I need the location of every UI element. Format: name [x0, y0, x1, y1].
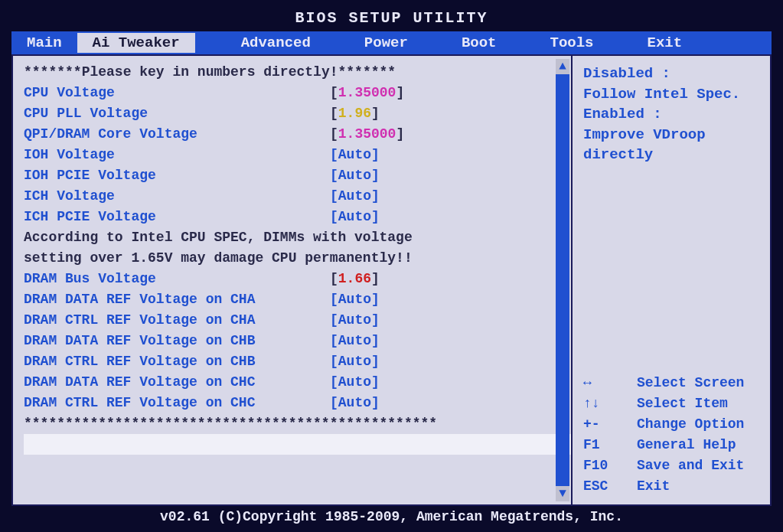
header-hint: ******* Please key in numbers directly! … — [24, 62, 571, 83]
tab-advanced[interactable]: Advanced — [226, 33, 326, 53]
help-line: directly — [583, 145, 759, 165]
key-select-item: ↑↓Select Item — [583, 393, 759, 414]
main-area: ******* Please key in numbers directly! … — [11, 54, 772, 506]
setting-value: [Auto] — [330, 351, 380, 372]
setting-value: [Auto] — [330, 145, 380, 165]
context-help: Disabled : Follow Intel Spec. Enabled : … — [583, 64, 759, 165]
setting-label: DRAM Bus Voltage — [24, 269, 330, 289]
setting-value: [1.35000] — [330, 83, 404, 103]
setting-dram-ctrl-ref-chc[interactable]: DRAM CTRL REF Voltage on CHC [Auto] — [24, 393, 571, 413]
setting-dram-ctrl-ref-cha[interactable]: DRAM CTRL REF Voltage on CHA [Auto] — [24, 310, 571, 331]
setting-label: QPI/DRAM Core Voltage — [24, 124, 330, 145]
setting-cpu-voltage[interactable]: CPU Voltage [1.35000] — [24, 83, 571, 103]
key-select-screen: ↔Select Screen — [583, 373, 759, 393]
setting-label: ICH PCIE Voltage — [24, 207, 330, 227]
setting-label: ICH Voltage — [24, 186, 330, 207]
help-line: Follow Intel Spec. — [583, 84, 759, 105]
menu-bar: Main Ai Tweaker Advanced Power Boot Tool… — [11, 31, 772, 54]
key-exit: ESCExit — [583, 476, 759, 497]
setting-label: CPU PLL Voltage — [24, 103, 330, 124]
scroll-down-icon[interactable]: ▼ — [556, 486, 569, 501]
setting-value: [1.96] — [330, 103, 380, 124]
setting-dram-bus-voltage[interactable]: DRAM Bus Voltage [1.66] — [24, 269, 571, 289]
warning-text-2: setting over 1.65V may damage CPU perman… — [24, 248, 571, 269]
setting-value: [1.66] — [330, 269, 380, 289]
header-text: Please key in numbers directly! — [82, 62, 338, 83]
setting-label: DRAM DATA REF Voltage on CHB — [24, 331, 330, 351]
key-change-option: +-Change Option — [583, 414, 759, 435]
setting-dram-data-ref-chc[interactable]: DRAM DATA REF Voltage on CHC [Auto] — [24, 372, 571, 393]
setting-ioh-voltage[interactable]: IOH Voltage [Auto] — [24, 145, 571, 165]
setting-dram-data-ref-cha[interactable]: DRAM DATA REF Voltage on CHA [Auto] — [24, 289, 571, 310]
warning-text-1: According to Intel CPU SPEC, DIMMs with … — [24, 227, 571, 248]
help-line: Disabled : — [583, 64, 759, 84]
bios-screen: BIOS SETUP UTILITY Main Ai Tweaker Advan… — [0, 0, 783, 532]
setting-value: [1.35000] — [330, 124, 404, 145]
setting-dram-ctrl-ref-chb[interactable]: DRAM CTRL REF Voltage on CHB [Auto] — [24, 351, 571, 372]
setting-label: Load-Line Calibration — [25, 434, 331, 455]
setting-cpu-pll-voltage[interactable]: CPU PLL Voltage [1.96] — [24, 103, 571, 124]
title-bar: BIOS SETUP UTILITY — [11, 8, 772, 31]
setting-label: DRAM DATA REF Voltage on CHA — [24, 289, 330, 310]
tab-boot[interactable]: Boot — [446, 33, 512, 53]
scrollbar[interactable]: ▲ ▼ — [556, 59, 569, 501]
setting-value: [Auto] — [330, 393, 380, 413]
footer-copyright: v02.61 (C)Copyright 1985-2009, American … — [11, 506, 772, 524]
setting-label: IOH Voltage — [24, 145, 330, 165]
setting-label: DRAM CTRL REF Voltage on CHA — [24, 310, 330, 331]
setting-value: [Auto] — [330, 310, 380, 331]
setting-ich-pcie-voltage[interactable]: ICH PCIE Voltage [Auto] — [24, 207, 571, 227]
setting-value: [Auto] — [330, 289, 380, 310]
setting-label: CPU Voltage — [24, 83, 330, 103]
setting-value: [Auto] — [330, 186, 380, 207]
setting-load-line-calibration[interactable]: Load-Line Calibration [Enabled] — [24, 434, 571, 455]
help-line: Improve VDroop — [583, 125, 759, 145]
setting-ioh-pcie-voltage[interactable]: IOH PCIE Voltage [Auto] — [24, 165, 571, 186]
stars-right: ******* — [338, 62, 396, 83]
tab-main[interactable]: Main — [11, 33, 77, 53]
tab-power[interactable]: Power — [349, 33, 423, 53]
setting-value: [Auto] — [330, 331, 380, 351]
setting-value: [Auto] — [330, 207, 380, 227]
setting-value: [Auto] — [330, 372, 380, 393]
scroll-up-icon[interactable]: ▲ — [556, 59, 569, 74]
setting-dram-data-ref-chb[interactable]: DRAM DATA REF Voltage on CHB [Auto] — [24, 331, 571, 351]
setting-qpi-dram-voltage[interactable]: QPI/DRAM Core Voltage [1.35000] — [24, 124, 571, 145]
tab-ai-tweaker[interactable]: Ai Tweaker — [77, 33, 195, 53]
setting-label: DRAM CTRL REF Voltage on CHC — [24, 393, 330, 413]
scroll-thumb[interactable] — [556, 74, 569, 486]
setting-ich-voltage[interactable]: ICH Voltage [Auto] — [24, 186, 571, 207]
divider: ****************************************… — [24, 413, 571, 434]
key-general-help: F1General Help — [583, 435, 759, 455]
setting-label: DRAM DATA REF Voltage on CHC — [24, 372, 330, 393]
settings-panel: ******* Please key in numbers directly! … — [13, 56, 571, 504]
setting-value: [Enabled] — [331, 434, 406, 455]
tab-exit[interactable]: Exit — [632, 33, 698, 53]
help-panel: Disabled : Follow Intel Spec. Enabled : … — [571, 56, 770, 504]
help-line: Enabled : — [583, 104, 759, 125]
tab-tools[interactable]: Tools — [534, 33, 608, 53]
setting-label: DRAM CTRL REF Voltage on CHB — [24, 351, 330, 372]
stars-left: ******* — [24, 62, 82, 83]
setting-value: [Auto] — [330, 165, 380, 186]
key-save-exit: F10Save and Exit — [583, 455, 759, 476]
key-legend: ↔Select Screen ↑↓Select Item +-Change Op… — [583, 373, 759, 497]
setting-label: IOH PCIE Voltage — [24, 165, 330, 186]
